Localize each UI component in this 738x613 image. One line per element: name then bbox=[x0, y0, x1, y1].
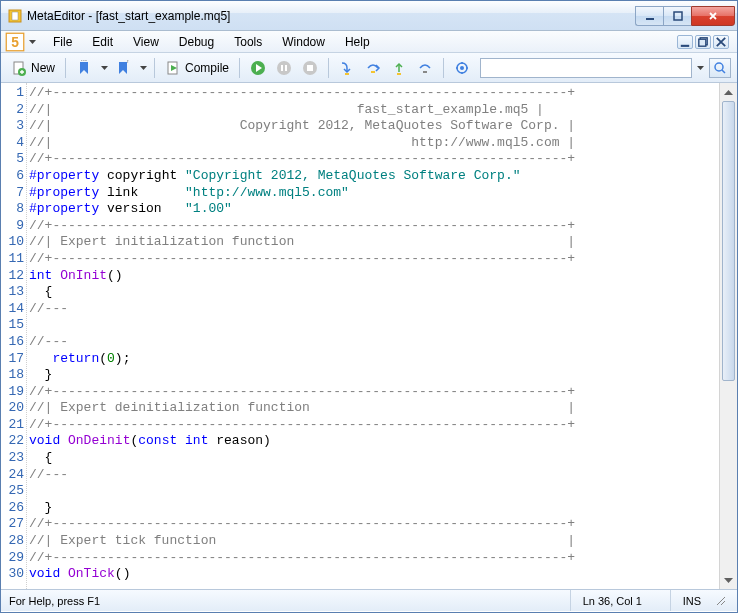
svg-rect-1 bbox=[646, 18, 654, 20]
code-editor[interactable]: //+-------------------------------------… bbox=[27, 83, 719, 589]
mdi-restore-button[interactable] bbox=[695, 35, 711, 49]
window-title: MetaEditor - [fast_start_example.mq5] bbox=[27, 9, 635, 23]
code-line[interactable]: //--- bbox=[29, 301, 719, 318]
line-number: 22 bbox=[1, 433, 24, 450]
line-number: 9 bbox=[1, 218, 24, 235]
code-line[interactable]: //--- bbox=[29, 334, 719, 351]
line-number: 8 bbox=[1, 201, 24, 218]
code-line[interactable]: //+-------------------------------------… bbox=[29, 417, 719, 434]
line-number: 6 bbox=[1, 168, 24, 185]
code-line[interactable]: #property link "http://www.mql5.com" bbox=[29, 185, 719, 202]
terminal-icon bbox=[454, 60, 470, 76]
search-dropdown[interactable] bbox=[695, 66, 705, 70]
minimize-button[interactable] bbox=[635, 6, 663, 26]
code-line[interactable]: //| Expert initialization function | bbox=[29, 234, 719, 251]
svg-rect-16 bbox=[285, 65, 287, 71]
step-out-icon bbox=[391, 60, 407, 76]
line-number: 3 bbox=[1, 118, 24, 135]
line-number: 30 bbox=[1, 566, 24, 583]
code-line[interactable]: void OnTick() bbox=[29, 566, 719, 583]
step-into-icon bbox=[339, 60, 355, 76]
line-number: 19 bbox=[1, 384, 24, 401]
code-line[interactable]: //| fast_start_example.mq5 | bbox=[29, 102, 719, 119]
code-line[interactable]: //| Expert tick function | bbox=[29, 533, 719, 550]
code-line[interactable]: //| Expert deinitialization function | bbox=[29, 400, 719, 417]
pause-button[interactable] bbox=[272, 56, 296, 80]
doc-icon[interactable]: 5 bbox=[5, 33, 25, 51]
step-over-button[interactable] bbox=[361, 56, 385, 80]
code-line[interactable]: return(0); bbox=[29, 351, 719, 368]
code-line[interactable]: } bbox=[29, 500, 719, 517]
play-icon bbox=[250, 60, 266, 76]
close-button[interactable] bbox=[691, 6, 735, 26]
search-button[interactable] bbox=[709, 58, 731, 78]
maximize-button[interactable] bbox=[663, 6, 691, 26]
code-line[interactable]: //| Copyright 2012, MetaQuotes Software … bbox=[29, 118, 719, 135]
code-line[interactable]: //+-------------------------------------… bbox=[29, 516, 719, 533]
code-line[interactable]: //+-------------------------------------… bbox=[29, 251, 719, 268]
line-number: 21 bbox=[1, 417, 24, 434]
line-number: 12 bbox=[1, 268, 24, 285]
line-number: 10 bbox=[1, 234, 24, 251]
menu-help[interactable]: Help bbox=[335, 33, 380, 51]
code-line[interactable]: //--- bbox=[29, 467, 719, 484]
code-line[interactable]: //+-------------------------------------… bbox=[29, 384, 719, 401]
code-line[interactable]: { bbox=[29, 284, 719, 301]
svg-rect-15 bbox=[281, 65, 283, 71]
line-number: 14 bbox=[1, 301, 24, 318]
code-line[interactable]: #property version "1.00" bbox=[29, 201, 719, 218]
bookmark-prev-dropdown[interactable] bbox=[99, 66, 109, 70]
new-button[interactable]: New bbox=[7, 56, 59, 80]
menu-window[interactable]: Window bbox=[272, 33, 335, 51]
terminal-button[interactable] bbox=[450, 56, 474, 80]
line-number: 16 bbox=[1, 334, 24, 351]
scroll-down-arrow[interactable] bbox=[720, 571, 737, 589]
menu-tools[interactable]: Tools bbox=[224, 33, 272, 51]
svg-rect-2 bbox=[674, 12, 682, 20]
code-line[interactable]: int OnInit() bbox=[29, 268, 719, 285]
mdi-minimize-button[interactable] bbox=[677, 35, 693, 49]
compile-button[interactable]: Compile bbox=[161, 56, 233, 80]
code-line[interactable] bbox=[29, 483, 719, 500]
play-button[interactable] bbox=[246, 56, 270, 80]
app-icon bbox=[7, 8, 23, 24]
code-line[interactable]: //+-------------------------------------… bbox=[29, 151, 719, 168]
step-over-icon bbox=[365, 60, 381, 76]
vertical-scrollbar[interactable] bbox=[719, 83, 737, 589]
scroll-thumb[interactable] bbox=[722, 101, 735, 381]
search-icon bbox=[713, 61, 727, 75]
code-line[interactable]: } bbox=[29, 367, 719, 384]
menu-edit[interactable]: Edit bbox=[82, 33, 123, 51]
svg-rect-20 bbox=[371, 71, 375, 73]
code-line[interactable]: //| http://www.mql5.com | bbox=[29, 135, 719, 152]
step-into-button[interactable] bbox=[335, 56, 359, 80]
scroll-up-arrow[interactable] bbox=[720, 83, 737, 101]
line-number: 25 bbox=[1, 483, 24, 500]
line-number: 17 bbox=[1, 351, 24, 368]
resize-grip[interactable] bbox=[713, 593, 729, 609]
bookmark-next-dropdown[interactable] bbox=[138, 66, 148, 70]
code-line[interactable] bbox=[29, 317, 719, 334]
menu-view[interactable]: View bbox=[123, 33, 169, 51]
svg-text:f: f bbox=[127, 60, 129, 64]
code-line[interactable]: //+-------------------------------------… bbox=[29, 218, 719, 235]
svg-point-24 bbox=[460, 66, 464, 70]
code-line[interactable]: //+-------------------------------------… bbox=[29, 550, 719, 567]
doc-dropdown[interactable] bbox=[27, 40, 37, 44]
menu-debug[interactable]: Debug bbox=[169, 33, 224, 51]
code-line[interactable]: #property copyright "Copyright 2012, Met… bbox=[29, 168, 719, 185]
svg-point-14 bbox=[277, 61, 291, 75]
bookmark-next-button[interactable]: f bbox=[111, 56, 135, 80]
run-to-cursor-button[interactable] bbox=[413, 56, 437, 80]
code-line[interactable]: //+-------------------------------------… bbox=[29, 85, 719, 102]
mdi-close-button[interactable] bbox=[713, 35, 729, 49]
code-line[interactable]: void OnDeinit(const int reason) bbox=[29, 433, 719, 450]
stop-button[interactable] bbox=[298, 56, 322, 80]
step-out-button[interactable] bbox=[387, 56, 411, 80]
line-number: 13 bbox=[1, 284, 24, 301]
menu-file[interactable]: File bbox=[43, 33, 82, 51]
search-input[interactable] bbox=[480, 58, 692, 78]
line-number: 4 bbox=[1, 135, 24, 152]
code-line[interactable]: { bbox=[29, 450, 719, 467]
bookmark-prev-button[interactable]: var bbox=[72, 56, 96, 80]
